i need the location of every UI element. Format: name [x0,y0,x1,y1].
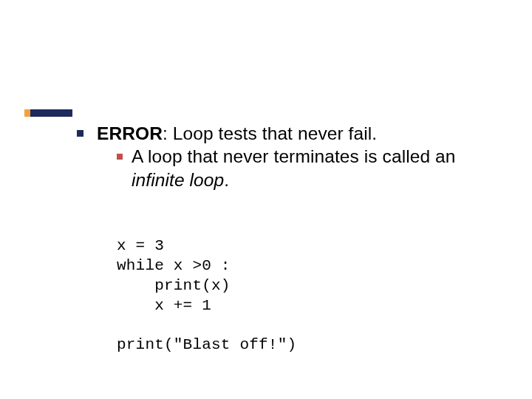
code-block: x = 3 while x >0 : print(x) x += 1 print… [117,216,498,375]
square-bullet-small-icon [117,154,123,160]
code-line: x += 1 [117,297,211,314]
line1: ERROR: Loop tests that never fail. [97,122,498,145]
sub-line: A loop that never terminates is called a… [132,145,498,191]
code-line: x = 3 [117,237,164,254]
bullet-body: ERROR: Loop tests that never fail. A loo… [97,122,498,375]
sub-part1: A loop that never terminates is called a… [132,146,456,166]
content-block: ERROR: Loop tests that never fail. A loo… [77,122,498,378]
code-line: print("Blast off!") [117,336,296,353]
line1-rest: : Loop tests that never fail. [163,123,377,143]
square-bullet-icon [77,130,83,137]
accent-navy [30,109,72,117]
bullet-level1: ERROR: Loop tests that never fail. A loo… [77,122,498,375]
code-line: while x >0 : [117,257,231,274]
sub-part2: . [224,170,229,190]
slide: ERROR: Loop tests that never fail. A loo… [0,0,532,399]
bullet-level2: A loop that never terminates is called a… [117,145,498,191]
accent-orange [24,109,30,117]
error-label: ERROR [97,123,163,143]
sub-italic: infinite loop [132,170,224,190]
accent-stripe [24,109,72,117]
code-line: print(x) [117,277,231,294]
